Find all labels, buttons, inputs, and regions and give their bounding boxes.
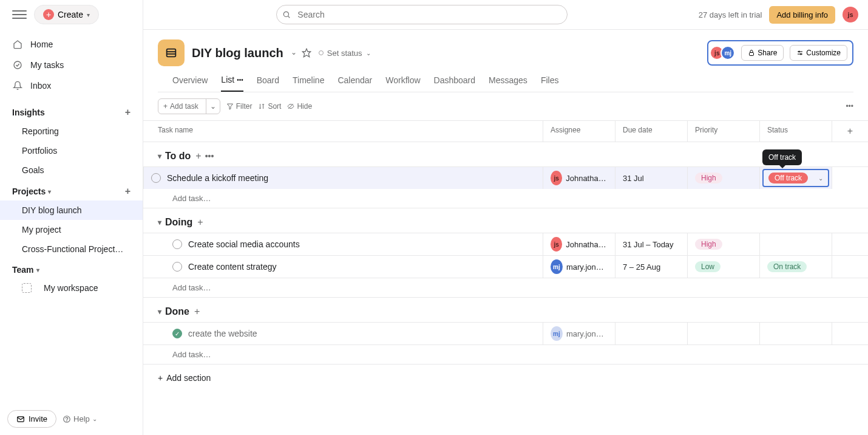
sort-button[interactable]: Sort — [258, 102, 281, 111]
more-icon[interactable]: ••• — [205, 151, 214, 161]
section-done[interactable]: ▾ Done + — [143, 298, 868, 322]
complete-checkbox[interactable] — [172, 262, 182, 272]
nav-goals[interactable]: Goals — [0, 160, 143, 180]
star-icon[interactable] — [302, 48, 311, 58]
complete-checkbox[interactable] — [151, 173, 161, 183]
add-task-link[interactable]: Add task… — [143, 345, 868, 365]
complete-checkbox[interactable] — [172, 329, 182, 338]
status-cell[interactable]: On track — [759, 256, 832, 278]
projects-header[interactable]: Projects ▾ + — [0, 180, 143, 200]
team-header[interactable]: Team ▾ — [0, 259, 143, 278]
bell-icon — [12, 80, 23, 91]
nav-reporting[interactable]: Reporting — [0, 122, 143, 141]
insights-header[interactable]: Insights + — [0, 101, 143, 122]
status-cell[interactable]: Off track ⌄ — [759, 167, 832, 189]
section-doing[interactable]: ▾ Doing + — [143, 208, 868, 233]
status-cell[interactable] — [759, 233, 832, 255]
avatar-stack[interactable]: js mj — [713, 46, 735, 60]
section-todo[interactable]: ▾ To do + ••• — [143, 142, 868, 166]
chevron-down-icon[interactable]: ⌄ — [206, 99, 220, 114]
help-button[interactable]: Help ⌄ — [63, 414, 97, 423]
tab-workflow[interactable]: Workflow — [385, 75, 420, 92]
search-input[interactable] — [276, 5, 568, 24]
sidebar-project-diy[interactable]: DIY blog launch — [0, 200, 143, 220]
add-task-link[interactable]: Add task… — [143, 189, 868, 208]
task-row[interactable]: Schedule a kickoff meeting js Johnathan … — [143, 166, 868, 189]
svg-marker-11 — [227, 104, 232, 109]
sidebar-team-workspace[interactable]: My workspace — [0, 278, 143, 298]
more-menu[interactable]: ••• — [846, 102, 853, 111]
priority-cell[interactable]: High — [687, 233, 759, 255]
assignee-cell[interactable]: mj mary.joness… — [543, 323, 615, 344]
add-task-icon[interactable]: + — [194, 306, 200, 317]
tab-timeline[interactable]: Timeline — [293, 75, 324, 92]
help-icon — [63, 415, 71, 423]
tab-calendar[interactable]: Calendar — [337, 75, 372, 92]
sidebar-toggle[interactable] — [12, 7, 27, 22]
check-circle-icon — [12, 60, 23, 70]
share-button[interactable]: Share — [741, 45, 784, 61]
invite-button[interactable]: Invite — [7, 410, 56, 428]
assignee-cell[interactable]: mj mary.joness… — [543, 256, 615, 278]
add-task-button[interactable]: +Add task ⌄ — [158, 98, 220, 114]
trial-days-text: 27 days left in trial — [699, 10, 762, 19]
nav-my-tasks[interactable]: My tasks — [0, 55, 143, 75]
col-header-due[interactable]: Due date — [615, 121, 687, 142]
placeholder-icon — [22, 283, 32, 293]
nav-inbox[interactable]: Inbox — [0, 75, 143, 96]
due-date-cell[interactable]: 7 – 25 Aug — [615, 256, 687, 278]
add-section-button[interactable]: + Add section — [143, 365, 868, 391]
add-task-icon[interactable]: + — [195, 151, 201, 162]
nav-home[interactable]: Home — [0, 34, 143, 55]
set-status-button[interactable]: Set status ⌄ — [319, 48, 371, 58]
status-cell[interactable] — [759, 323, 832, 344]
due-date-cell[interactable] — [615, 323, 687, 344]
task-row[interactable]: Create content strategy mj mary.joness… … — [143, 256, 868, 278]
filter-button[interactable]: Filter — [226, 102, 253, 111]
tab-board[interactable]: Board — [257, 75, 279, 92]
add-task-icon[interactable]: + — [197, 217, 203, 228]
svg-point-0 — [14, 61, 21, 69]
add-billing-button[interactable]: Add billing info — [769, 6, 835, 24]
task-row[interactable]: Create social media accounts js Johnatha… — [143, 233, 868, 256]
assignee-cell[interactable]: js Johnathan S… — [543, 233, 615, 255]
chevron-down-icon: ▾ — [87, 12, 90, 18]
priority-cell[interactable]: Low — [687, 256, 759, 278]
tab-list[interactable]: List ••• — [221, 75, 243, 92]
avatar: js — [551, 237, 562, 252]
col-header-status[interactable]: Status — [759, 121, 832, 142]
more-icon[interactable]: ••• — [237, 77, 243, 83]
chevron-down-icon[interactable]: ⌄ — [291, 48, 297, 58]
plus-icon[interactable]: + — [125, 107, 131, 118]
complete-checkbox[interactable] — [172, 239, 182, 249]
avatar: mj — [721, 46, 735, 60]
assignee-cell[interactable]: js Johnathan S… — [543, 167, 615, 189]
create-button[interactable]: + Create ▾ — [34, 5, 99, 24]
section-name: To do — [165, 151, 191, 162]
tab-messages[interactable]: Messages — [489, 75, 527, 92]
chevron-down-icon: ▾ — [158, 152, 161, 160]
hide-button[interactable]: Hide — [287, 102, 312, 111]
due-date-cell[interactable]: 31 Jul – Today — [615, 233, 687, 255]
tab-overview[interactable]: Overview — [172, 75, 208, 92]
tab-files[interactable]: Files — [541, 75, 559, 92]
col-header-assignee[interactable]: Assignee — [543, 121, 615, 142]
add-task-link[interactable]: Add task… — [143, 278, 868, 298]
user-avatar[interactable]: js — [843, 7, 858, 22]
task-row[interactable]: create the website mj mary.joness… — [143, 322, 868, 345]
nav-portfolios[interactable]: Portfolios — [0, 141, 143, 160]
add-column-button[interactable]: + — [832, 121, 868, 142]
customize-button[interactable]: Customize — [790, 45, 847, 61]
sidebar-project-cross[interactable]: Cross-Functional Project… — [0, 239, 143, 259]
section-name: Done — [165, 306, 189, 317]
priority-cell[interactable]: High — [687, 167, 759, 189]
section-label: Insights — [12, 108, 45, 117]
due-date-cell[interactable]: 31 Jul — [615, 167, 687, 189]
tooltip: Off track — [762, 149, 802, 165]
plus-icon[interactable]: + — [125, 186, 131, 197]
priority-cell[interactable] — [687, 323, 759, 344]
col-header-priority[interactable]: Priority — [687, 121, 759, 142]
sidebar-project-my[interactable]: My project — [0, 220, 143, 239]
tab-dashboard[interactable]: Dashboard — [434, 75, 476, 92]
col-header-task[interactable]: Task name — [143, 121, 543, 142]
